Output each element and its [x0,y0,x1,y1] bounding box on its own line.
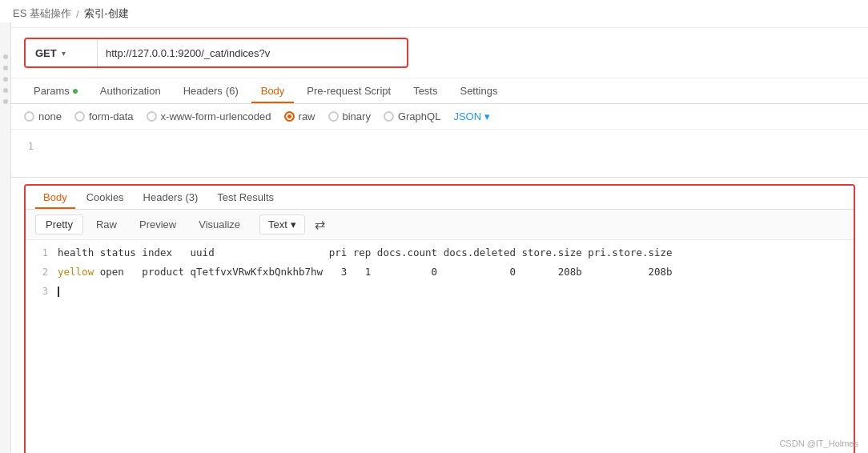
radio-graphql [384,111,394,122]
url-section: GET ▾ [11,28,868,78]
sidebar-indicator [3,54,8,59]
params-dot [73,89,78,94]
option-urlencoded[interactable]: x-www-form-urlencoded [147,110,271,122]
tab-params[interactable]: Params [24,78,87,103]
response-format-bar: Pretty Raw Preview Visualize Text ▾ ⇄ [26,210,854,240]
response-tab-bar: Body Cookies Headers (3) Test Results [26,186,854,210]
body-options-bar: none form-data x-www-form-urlencoded raw… [11,104,868,130]
url-bar: GET ▾ [24,38,408,68]
tab-body[interactable]: Body [251,78,295,103]
method-label: GET [35,47,57,59]
tab-headers[interactable]: Headers (6) [174,78,248,103]
response-section: Body Cookies Headers (3) Test Results Pr… [24,184,855,453]
editor-content[interactable] [40,136,868,170]
sidebar-indicator [3,88,8,93]
format-chevron-icon: ▾ [291,218,296,231]
format-tab-preview[interactable]: Preview [130,215,186,234]
breadcrumb-root[interactable]: ES 基础操作 [13,6,71,21]
resp-tab-headers[interactable]: Headers (3) [135,186,207,209]
option-none[interactable]: none [24,110,62,122]
tab-authorization[interactable]: Authorization [90,78,171,103]
footer-text: CSDN @IT_Holmes [779,439,858,448]
wrap-icon[interactable]: ⇄ [315,217,325,232]
breadcrumb-separator: / [76,8,79,20]
resp-tab-test-results[interactable]: Test Results [209,186,282,209]
radio-raw [284,111,295,122]
radio-urlencoded [147,111,157,122]
response-line-3: 3 [26,282,854,301]
sidebar-indicator [3,99,8,104]
request-tab-bar: Params Authorization Headers (6) Body Pr… [11,78,868,104]
format-tab-pretty[interactable]: Pretty [35,214,83,235]
format-tab-raw[interactable]: Raw [86,215,127,234]
tab-pre-request[interactable]: Pre-request Script [297,78,400,103]
format-tab-visualize[interactable]: Visualize [189,215,250,234]
json-format-dropdown[interactable]: JSON ▾ [453,110,490,122]
response-line-1: 1 health status index uuid pri rep docs.… [26,243,854,263]
method-chevron-icon: ▾ [62,49,66,58]
response-content: 1 health status index uuid pri rep docs.… [26,240,854,453]
tab-settings[interactable]: Settings [450,78,507,103]
left-sidebar [0,22,11,453]
sidebar-indicator [3,66,8,70]
response-line-2: 2 yellow open product qTetfvxVRwKfxbQnkh… [26,263,854,282]
option-graphql[interactable]: GraphQL [384,110,440,122]
resp-tab-cookies[interactable]: Cookies [78,186,132,209]
radio-none [24,111,34,122]
option-binary[interactable]: binary [328,110,371,122]
sidebar-indicator [3,77,8,82]
radio-form-data [74,111,85,122]
resp-tab-body[interactable]: Body [35,186,75,209]
response-table: 1 health status index uuid pri rep docs.… [26,240,854,304]
radio-binary [328,111,339,122]
request-body-editor[interactable]: 1 [11,130,868,178]
method-select[interactable]: GET ▾ [26,39,98,66]
format-type-dropdown[interactable]: Text ▾ [259,214,305,235]
breadcrumb: ES 基础操作 / 索引-创建 [0,0,868,28]
breadcrumb-current: 索引-创建 [84,6,129,21]
option-form-data[interactable]: form-data [74,110,134,122]
editor-line-numbers: 1 [11,136,40,170]
json-chevron-icon: ▾ [484,110,490,122]
url-input[interactable] [98,47,407,59]
tab-tests[interactable]: Tests [404,78,447,103]
option-raw[interactable]: raw [284,110,315,122]
